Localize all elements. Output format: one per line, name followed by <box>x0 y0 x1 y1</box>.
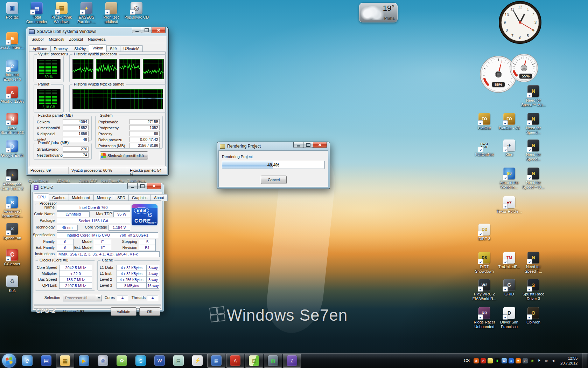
tray-icon-cpu-meter[interactable]: ▮ <box>495 358 500 363</box>
desktop-icon-label-partial[interactable]: NeoTracePro <box>101 179 124 183</box>
desktop-icon-flatout[interactable]: FOFlatOut <box>472 113 497 130</box>
desktop-icon-flatout-v3[interactable]: FOFlatOut - V3 <box>497 113 522 130</box>
cpuz-tab-caches[interactable]: Caches <box>49 194 69 201</box>
tab-služby[interactable]: Služby <box>71 45 89 52</box>
taskbar-item-media-player[interactable]: ▶ <box>75 354 93 368</box>
start-button[interactable] <box>2 354 16 368</box>
desktop-icon-po-ta[interactable]: ▣Počítač <box>0 2 25 20</box>
desktop-icon-around-the-world-in[interactable]: 80Around the World in... <box>497 168 522 190</box>
tray-icon-adobe-updater[interactable]: A <box>481 358 486 363</box>
tray-icon-winamp-agent[interactable]: a <box>509 358 514 363</box>
desktop-icon-need-for-speed[interactable]: NNeed for Speed... <box>521 139 546 162</box>
close-button[interactable] <box>147 183 161 189</box>
cancel-button[interactable]: Cancel <box>261 176 287 184</box>
desktop-icon-play-wrc-2-fia-world-r[interactable]: W2Play WRC 2 FIA World R... <box>472 279 497 301</box>
tray-icon-volume[interactable]: ◀ <box>551 358 556 363</box>
show-desktop-button[interactable] <box>582 353 587 368</box>
desktop-icon-easeus-partition[interactable]: ✦EASEUS Partition ... <box>74 2 99 24</box>
minimize-button[interactable] <box>132 27 142 33</box>
desktop-icon-need-for-speed-u[interactable]: NNeed for Speed™ U... <box>521 168 546 190</box>
maximize-button[interactable] <box>142 27 152 33</box>
cpuz-tab-mainboard[interactable]: Mainboard <box>69 194 94 201</box>
desktop-icon-ko[interactable]: ♻Koš <box>0 275 25 293</box>
close-button[interactable] <box>152 27 166 33</box>
clock-gadget[interactable]: 121234567891011 <box>498 0 542 45</box>
language-indicator[interactable]: CS <box>462 358 472 363</box>
taskbar-item-cpu-z[interactable]: Z <box>283 354 301 368</box>
desktop-icon-internet-explorer-9[interactable]: eInternet Explorer 9 <box>0 60 25 82</box>
menu-soubor[interactable]: Soubor <box>29 36 46 42</box>
desktop-icon-label-partial[interactable]: CleanDriver <box>28 179 49 183</box>
taskbar-item-icq[interactable]: ✿ <box>113 354 131 368</box>
cpuz-tab-graphics[interactable]: Graphics <box>128 194 151 201</box>
taskbar-item-total-commander[interactable]: ▤ <box>37 354 55 368</box>
desktop-icon-dirt-3[interactable]: D3DiRT 3 <box>472 224 497 241</box>
tray-icon-comodo[interactable]: ● <box>516 358 521 363</box>
desktop-icon-ridge-racer-unbounded[interactable]: RRRidge Racer Unbounded <box>472 307 497 329</box>
desktop-icon-pr-zkumn-k-windows[interactable]: ▦Průzkumník Windows <box>49 2 74 24</box>
tab-sítě[interactable]: Sítě <box>106 45 120 52</box>
taskbar-item-task-manager[interactable]: ▥ <box>264 354 282 368</box>
maximize-button[interactable] <box>137 183 147 189</box>
desktop-icon-label-partial[interactable]: 3DMark <box>57 179 70 183</box>
tray-icon-action-center-flag[interactable]: ⚑ <box>537 358 542 363</box>
cpu-meter-gadget[interactable]: 55% 55% <box>478 52 541 97</box>
tab-uživatelé[interactable]: Uživatelé <box>120 45 143 52</box>
tray-icon-sticky-note[interactable] <box>488 358 493 363</box>
desktop-icon-flatoutnet[interactable]: FLAT OUTFlatOutNet <box>472 139 497 157</box>
close-button[interactable] <box>313 142 327 148</box>
desktop-icon-grid[interactable]: GGRID <box>497 279 522 297</box>
tray-icon-windows-update[interactable]: ⊞ <box>502 358 507 363</box>
taskbar-item-acala-converter[interactable]: ◎ <box>94 354 112 368</box>
desktop-icon-ccleaner[interactable]: CCCleaner <box>0 249 25 266</box>
desktop-icon-avast-intern[interactable]: aavast! Intern... <box>0 32 25 50</box>
taskbar-item-notes[interactable]: ▤ <box>169 354 188 368</box>
desktop-icon-label-partial[interactable]: TotalMedia <box>127 179 146 183</box>
cpuz-tab-memory[interactable]: Memory <box>93 194 114 201</box>
minimize-button[interactable] <box>293 142 303 148</box>
ok-button[interactable]: OK <box>139 307 160 316</box>
desktop-icon-alcohol-120[interactable]: AAlcohol 120% <box>0 86 25 104</box>
tray-icon-avast[interactable]: a <box>474 358 479 363</box>
maximize-button[interactable] <box>303 142 313 148</box>
desktop-icon-popisova-cd[interactable]: ◎Popisovač CD <box>124 2 149 20</box>
desktop-icon-xfire[interactable]: ✈Xfire <box>497 139 522 157</box>
cpuz-tab-spd[interactable]: SPD <box>114 194 129 201</box>
desktop-icon-google-earth[interactable]: ◍Google Earth <box>0 140 25 158</box>
desktop-icon-spustit-race-driver-3[interactable]: 3Spustit Race Driver 3 <box>521 279 546 301</box>
desktop-icon-oblivion[interactable]: OOblivion <box>521 307 546 325</box>
validate-button[interactable]: Validate <box>111 307 136 316</box>
desktop-icon-ashampoo-core-tuner-2[interactable]: ◔Ashampoo Core Tuner 2 <box>0 169 25 191</box>
taskbar-item-green-notes[interactable]: ▤ <box>245 354 263 368</box>
tab-aplikace[interactable]: Aplikace <box>29 45 51 52</box>
taskbar-item-winamp[interactable]: ⚡ <box>188 354 206 368</box>
desktop-icon-driver-san-francisco[interactable]: DDriver San Francisco <box>497 307 522 329</box>
processor-selection-dropdown[interactable]: Processor #1 <box>63 295 102 301</box>
taskbar-item-adobe-app[interactable]: A <box>226 354 244 368</box>
resource-monitor-button[interactable]: Sledování prostředků... <box>100 151 148 159</box>
menu-zobrazit[interactable]: Zobrazit <box>67 36 86 42</box>
menu-možnosti[interactable]: Možnosti <box>46 36 66 42</box>
cpuz-tab-about[interactable]: About <box>150 194 168 201</box>
taskbar-clock[interactable]: 12:55 20.7.2012 <box>558 356 580 366</box>
taskbar-item-rendering-app[interactable]: ▦ <box>207 354 225 368</box>
weather-gadget[interactable]: 19° Praha <box>359 3 398 22</box>
desktop-icon-speedfan[interactable]: ✕SpeedFan <box>0 223 25 240</box>
desktop-icon-total-commander[interactable]: ▤Total Commander <box>24 2 49 24</box>
taskbar-item-word[interactable]: W <box>150 354 169 368</box>
desktop-icon-need-for-speed-t[interactable]: NNeed for Speed T... <box>521 252 546 274</box>
desktop-icon-need-for-speed[interactable]: NNeed for Speed... <box>521 113 546 135</box>
desktop-icon-label-partial[interactable]: Acala 3GP <box>79 179 98 183</box>
tray-icon-network[interactable]: ▭ <box>544 358 549 363</box>
tab-procesy[interactable]: Procesy <box>50 45 71 52</box>
desktop-icon-dirt-showdown[interactable]: DSDiRT Showdown <box>472 252 497 274</box>
tray-icon-speedfan[interactable]: ◷ <box>523 358 528 363</box>
desktop-icon-nero-startsmart-10[interactable]: NNero StartSmart 10 <box>0 113 25 135</box>
tray-icon-nvidia[interactable]: ◉ <box>530 358 535 363</box>
minimize-button[interactable] <box>127 183 138 189</box>
cpuz-tab-cpu[interactable]: CPU <box>34 193 49 201</box>
taskbar-item-skype[interactable]: S <box>132 354 150 368</box>
taskbar-item-windows-explorer[interactable]: ▦ <box>56 354 74 368</box>
taskbar-item-internet-explorer[interactable]: e <box>18 354 36 368</box>
tab-výkon[interactable]: Výkon <box>89 45 107 52</box>
